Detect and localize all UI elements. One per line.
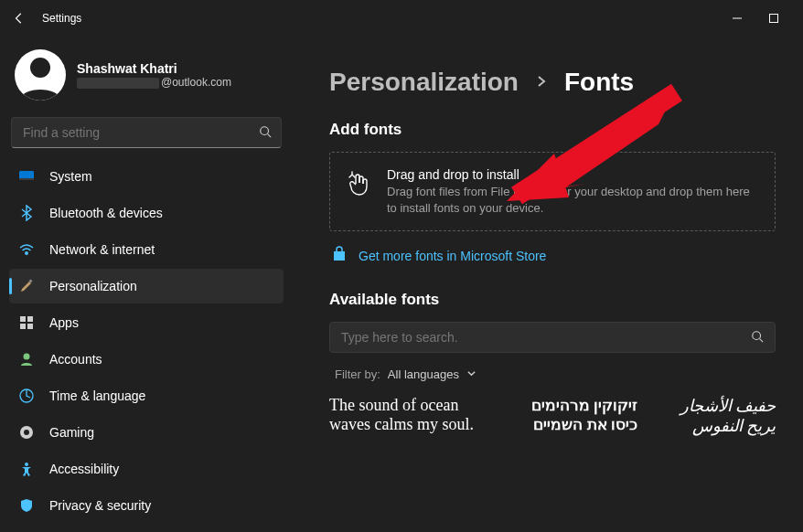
nav-apps[interactable]: Apps bbox=[9, 305, 284, 340]
search-icon bbox=[259, 125, 272, 141]
svg-line-4 bbox=[268, 133, 272, 137]
nav-label: Gaming bbox=[49, 425, 94, 440]
filter-row[interactable]: Filter by: All languages bbox=[329, 367, 776, 381]
apps-icon bbox=[18, 314, 35, 331]
nav-label: Privacy & security bbox=[49, 498, 151, 513]
gaming-icon bbox=[18, 424, 35, 441]
breadcrumb: Personalization Fonts bbox=[329, 68, 776, 97]
svg-line-19 bbox=[760, 338, 764, 342]
settings-search[interactable] bbox=[11, 117, 282, 148]
nav-label: Bluetooth & devices bbox=[49, 206, 163, 220]
svg-rect-9 bbox=[20, 316, 26, 322]
nav-label: Accounts bbox=[49, 352, 102, 367]
nav-label: Personalization bbox=[49, 279, 137, 293]
search-icon bbox=[751, 330, 764, 346]
avatar bbox=[15, 49, 66, 101]
svg-point-17 bbox=[25, 463, 28, 466]
user-email: @outlook.com bbox=[77, 76, 231, 89]
maximize-button[interactable] bbox=[768, 13, 779, 24]
nav-accessibility[interactable]: Accessibility bbox=[9, 452, 284, 486]
nav-bluetooth[interactable]: Bluetooth & devices bbox=[9, 196, 284, 230]
svg-point-2 bbox=[30, 58, 50, 78]
globe-clock-icon bbox=[18, 388, 35, 404]
svg-rect-1 bbox=[770, 15, 778, 23]
nav-system[interactable]: System bbox=[9, 159, 284, 194]
nav-label: Network & internet bbox=[49, 242, 155, 257]
app-title: Settings bbox=[42, 12, 81, 25]
settings-search-input[interactable] bbox=[23, 125, 259, 140]
add-fonts-heading: Add fonts bbox=[329, 121, 776, 139]
font-drop-zone[interactable]: Drag and drop to install Drag font files… bbox=[329, 152, 776, 231]
svg-point-3 bbox=[261, 126, 269, 134]
person-icon bbox=[18, 351, 35, 367]
svg-rect-6 bbox=[19, 178, 34, 180]
svg-point-7 bbox=[26, 252, 27, 254]
brush-icon bbox=[18, 278, 35, 294]
system-icon bbox=[18, 168, 35, 185]
drop-subtitle: Drag font files from File Explorer or yo… bbox=[387, 184, 760, 216]
nav-label: Accessibility bbox=[49, 462, 119, 476]
font-preview-3[interactable]: حفيف الأشجار يريح النفوس bbox=[675, 396, 776, 436]
svg-point-18 bbox=[753, 331, 761, 339]
available-fonts-heading: Available fonts bbox=[329, 291, 776, 309]
svg-point-16 bbox=[24, 430, 29, 435]
nav-network[interactable]: Network & internet bbox=[9, 232, 284, 267]
filter-value: All languages bbox=[388, 367, 459, 381]
nav-label: Time & language bbox=[49, 388, 145, 403]
drop-title: Drag and drop to install bbox=[387, 167, 760, 182]
user-profile[interactable]: Shashwat Khatri @outlook.com bbox=[9, 42, 284, 117]
shield-icon bbox=[18, 497, 35, 514]
accessibility-icon bbox=[18, 461, 35, 477]
svg-rect-11 bbox=[20, 324, 26, 329]
font-search-input[interactable] bbox=[341, 330, 751, 345]
breadcrumb-current: Fonts bbox=[564, 68, 634, 97]
drag-hand-icon bbox=[347, 167, 372, 216]
font-preview-1[interactable]: The sound of ocean waves calms my soul. bbox=[329, 396, 483, 436]
minimize-button[interactable] bbox=[732, 13, 743, 24]
nav-privacy[interactable]: Privacy & security bbox=[9, 488, 284, 523]
titlebar: Settings bbox=[0, 0, 803, 37]
breadcrumb-parent[interactable]: Personalization bbox=[329, 68, 519, 97]
font-search[interactable] bbox=[329, 322, 776, 353]
nav-time-language[interactable]: Time & language bbox=[9, 378, 284, 413]
nav-label: Apps bbox=[49, 315, 79, 330]
window-controls bbox=[732, 13, 790, 24]
back-button[interactable] bbox=[13, 12, 26, 25]
user-name: Shashwat Khatri bbox=[77, 61, 231, 76]
font-preview-2[interactable]: זיקוקין מרהימים כיסו את השמיים bbox=[519, 396, 638, 436]
chevron-down-icon bbox=[466, 367, 476, 381]
store-icon bbox=[331, 246, 348, 265]
main-content: Personalization Fonts Add fonts Drag and… bbox=[293, 37, 803, 532]
store-link-row: Get more fonts in Microsoft Store bbox=[329, 246, 776, 265]
chevron-right-icon bbox=[535, 75, 548, 90]
wifi-icon bbox=[18, 241, 35, 258]
svg-rect-12 bbox=[27, 324, 33, 329]
svg-rect-10 bbox=[27, 316, 33, 322]
svg-point-13 bbox=[24, 354, 30, 360]
font-previews: The sound of ocean waves calms my soul. … bbox=[329, 396, 776, 436]
nav-personalization[interactable]: Personalization bbox=[9, 269, 284, 303]
bluetooth-icon bbox=[18, 205, 35, 221]
nav-accounts[interactable]: Accounts bbox=[9, 342, 284, 377]
nav-gaming[interactable]: Gaming bbox=[9, 415, 284, 450]
ms-store-link[interactable]: Get more fonts in Microsoft Store bbox=[359, 249, 546, 263]
sidebar: Shashwat Khatri @outlook.com System Blue… bbox=[0, 37, 293, 532]
nav: System Bluetooth & devices Network & int… bbox=[9, 159, 284, 523]
nav-label: System bbox=[49, 169, 92, 184]
filter-label: Filter by: bbox=[335, 367, 380, 381]
